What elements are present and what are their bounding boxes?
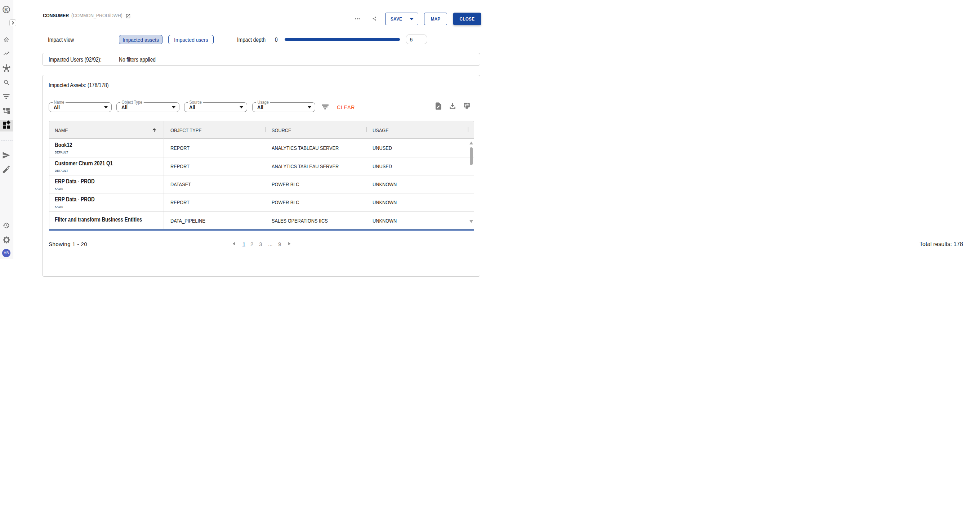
svg-text:K: K [4,6,8,12]
